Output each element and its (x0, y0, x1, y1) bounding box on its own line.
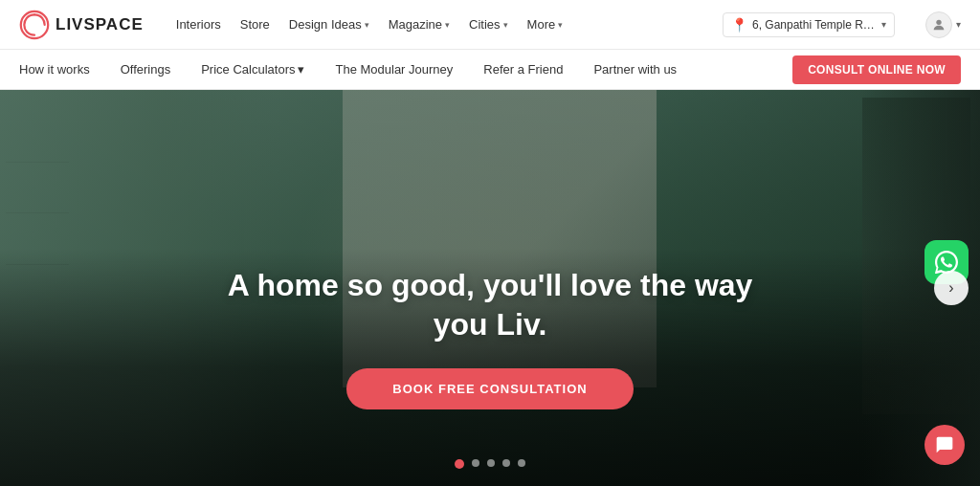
second-nav: How it works Offerings Price Calculators… (0, 50, 980, 90)
hero-carousel-dots (455, 459, 525, 469)
nav-magazine[interactable]: Magazine ▾ (389, 17, 450, 32)
chevron-down-icon: ▾ (558, 20, 563, 30)
chevron-right-icon: › (948, 279, 953, 297)
second-nav-links: How it works Offerings Price Calculators… (19, 50, 792, 90)
nav-more[interactable]: More ▾ (527, 17, 564, 32)
nav-price-calculators[interactable]: Price Calculators ▾ (186, 50, 320, 90)
carousel-dot-3[interactable] (487, 459, 495, 467)
carousel-dot-2[interactable] (472, 459, 479, 467)
chevron-down-icon: ▾ (956, 19, 961, 30)
location-text: 6, Ganpathi Temple Road, K... (752, 18, 877, 32)
carousel-dot-4[interactable] (502, 459, 510, 467)
profile-menu[interactable]: ▾ (925, 11, 961, 38)
nav-how-it-works[interactable]: How it works (19, 50, 105, 90)
nav-partner[interactable]: Partner with us (578, 50, 692, 90)
chevron-down-icon: ▾ (365, 20, 369, 30)
top-nav-links: Interiors Store Design Ideas ▾ Magazine … (176, 17, 700, 32)
nav-interiors[interactable]: Interiors (176, 17, 221, 32)
hero-headline: A home so good, you'll love the way you … (0, 266, 980, 345)
logo[interactable]: LIVSPACE (19, 10, 144, 40)
nav-design-ideas[interactable]: Design Ideas ▾ (289, 17, 369, 32)
profile-icon (925, 11, 952, 38)
nav-store[interactable]: Store (240, 17, 270, 32)
top-nav: LIVSPACE Interiors Store Design Ideas ▾ … (0, 0, 980, 50)
chevron-down-icon: ▾ (445, 20, 450, 30)
nav-cities[interactable]: Cities ▾ (469, 17, 508, 32)
location-selector[interactable]: 📍 6, Ganpathi Temple Road, K... ▾ (723, 12, 895, 37)
carousel-dot-5[interactable] (518, 459, 525, 467)
hero-content: A home so good, you'll love the way you … (0, 266, 980, 409)
svg-point-1 (936, 19, 941, 24)
hero-next-arrow[interactable]: › (934, 271, 969, 305)
nav-offerings[interactable]: Offerings (105, 50, 187, 90)
book-consultation-button[interactable]: BOOK FREE CONSULTATION (346, 368, 633, 409)
nav-refer-friend[interactable]: Refer a Friend (468, 50, 578, 90)
carousel-dot-1[interactable] (455, 459, 464, 469)
consult-online-button[interactable]: CONSULT ONLINE NOW (792, 55, 961, 84)
logo-icon (19, 10, 50, 40)
chevron-down-icon: ▾ (298, 62, 304, 77)
chevron-down-icon: ▾ (881, 19, 886, 30)
chevron-down-icon: ▾ (503, 20, 508, 30)
nav-modular-journey[interactable]: The Modular Journey (320, 50, 468, 90)
hero-section: › A home so good, you'll love the way yo… (0, 90, 980, 486)
chat-button[interactable] (924, 425, 965, 465)
brand-name: LIVSPACE (56, 15, 144, 34)
location-pin-icon: 📍 (731, 17, 747, 33)
